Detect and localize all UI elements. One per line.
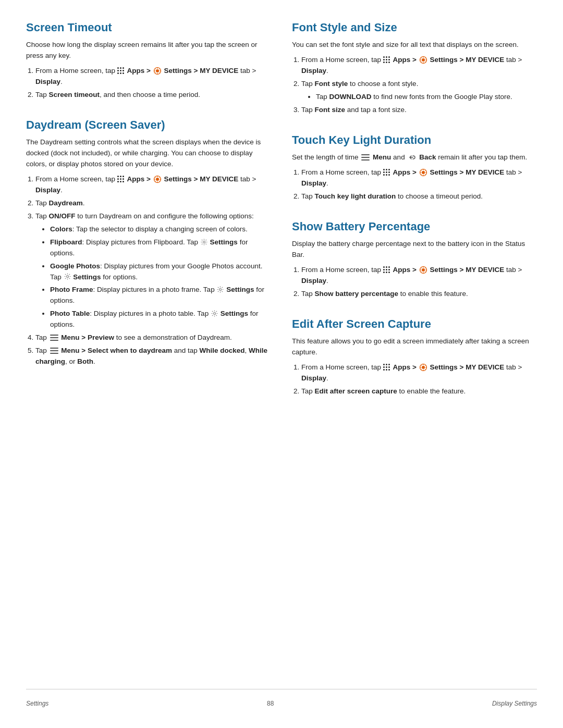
battery-title: Show Battery Percentage bbox=[292, 220, 537, 233]
touch-key-step-2: Tap Touch key light duration to choose a… bbox=[301, 191, 537, 202]
apps-label: Apps > bbox=[127, 67, 151, 75]
daydream-step-1: From a Home screen, tap Apps > Set bbox=[35, 174, 271, 196]
gear-icon-photoframe bbox=[217, 286, 224, 293]
daydream-colors: Colors: Tap the selector to display a ch… bbox=[50, 224, 271, 235]
touch-key-step-1: From a Home screen, tap Apps > Set bbox=[301, 167, 537, 189]
screen-timeout-steps: From a Home screen, tap Apps > Set bbox=[35, 66, 271, 101]
edit-capture-title: Edit After Screen Capture bbox=[292, 317, 537, 331]
display-e1: Display bbox=[301, 374, 326, 382]
display-d1: Display bbox=[35, 186, 60, 194]
menu-icon-step5 bbox=[50, 348, 58, 354]
edit-capture-intro: This feature allows you to go edit a scr… bbox=[292, 336, 537, 358]
settings-circle-icon-t1 bbox=[420, 169, 427, 176]
display-b1: Display bbox=[301, 277, 326, 285]
footer-left-label: Settings bbox=[26, 700, 48, 707]
daydream-photo-frame: Photo Frame: Display pictures in a photo… bbox=[50, 285, 271, 306]
section-edit-capture: Edit After Screen Capture This feature a… bbox=[292, 317, 537, 400]
settings-mydevice-t1: Settings > MY DEVICE bbox=[430, 168, 505, 176]
apps-label-e1: Apps > bbox=[393, 363, 417, 371]
svg-rect-16 bbox=[361, 154, 370, 155]
svg-point-24 bbox=[422, 366, 425, 369]
svg-point-15 bbox=[422, 58, 425, 61]
apps-dots-icon-b1 bbox=[383, 266, 390, 274]
svg-point-3 bbox=[156, 178, 159, 181]
settings-circle-icon-e1 bbox=[420, 364, 427, 371]
gear-icon-googlephotos bbox=[64, 273, 71, 280]
edit-capture-step-1: From a Home screen, tap Apps > Set bbox=[301, 362, 537, 384]
display-t1: Display bbox=[301, 179, 326, 187]
section-touch-key: Touch Key Light Duration Set the length … bbox=[292, 133, 537, 205]
font-style-subitems: Tap DOWNLOAD to find new fonts from the … bbox=[316, 92, 537, 103]
font-style-steps: From a Home screen, tap Apps > Set bbox=[301, 55, 537, 116]
screen-timeout-title: Screen Timeout bbox=[26, 21, 271, 34]
battery-step-2: Tap Show battery percentage to enable th… bbox=[301, 289, 537, 300]
daydream-title: Daydream (Screen Saver) bbox=[26, 118, 271, 132]
battery-bold: Show battery percentage bbox=[315, 290, 399, 298]
touch-key-steps: From a Home screen, tap Apps > Set bbox=[301, 167, 537, 202]
gear-icon-flipboard bbox=[201, 239, 207, 245]
battery-intro: Display the battery charge percentage ne… bbox=[292, 239, 537, 261]
apps-label-t1: Apps > bbox=[393, 168, 417, 176]
font-style-title: Font Style and Size bbox=[292, 21, 537, 34]
settings-circle-icon-f1 bbox=[420, 56, 427, 64]
svg-rect-12 bbox=[50, 350, 58, 351]
right-column: Font Style and Size You can set the font… bbox=[292, 21, 537, 689]
menu-icon-step4 bbox=[50, 335, 58, 341]
menu-label-touch: Menu bbox=[373, 153, 391, 161]
svg-rect-9 bbox=[50, 337, 58, 338]
menu-icon-touch bbox=[361, 154, 370, 161]
settings-mydevice-d1: Settings > MY DEVICE bbox=[164, 175, 239, 183]
left-column: Screen Timeout Choose how long the displ… bbox=[26, 21, 271, 689]
back-icon-touch bbox=[408, 154, 416, 161]
svg-rect-8 bbox=[50, 335, 58, 336]
settings-mydevice-e1: Settings > MY DEVICE bbox=[430, 363, 505, 371]
page-footer: Settings 88 Display Settings bbox=[26, 689, 537, 707]
settings-circle-icon-b1 bbox=[420, 266, 427, 274]
svg-point-20 bbox=[422, 171, 425, 174]
svg-point-1 bbox=[156, 69, 159, 72]
svg-rect-11 bbox=[50, 348, 58, 349]
daydream-steps: From a Home screen, tap Apps > Set bbox=[35, 174, 271, 367]
section-font-style: Font Style and Size You can set the font… bbox=[292, 21, 537, 119]
daydream-step-4: Tap Menu > Preview to see a demonstratio… bbox=[35, 332, 271, 343]
settings-mydevice-f1: Settings > MY DEVICE bbox=[430, 56, 505, 64]
font-size-bold: Font size bbox=[315, 106, 346, 114]
edit-capture-step-2: Tap Edit after screen capture to enable … bbox=[301, 386, 537, 397]
daydream-intro: The Daydream setting controls what the s… bbox=[26, 137, 271, 170]
apps-dots-icon bbox=[117, 67, 125, 75]
font-style-step-2: Tap Font style to choose a font style. T… bbox=[301, 79, 537, 103]
apps-dots-icon-t1 bbox=[383, 169, 390, 176]
svg-point-7 bbox=[213, 313, 215, 315]
daydream-step-2: Tap Daydream. bbox=[35, 198, 271, 209]
settings-mydevice-b1: Settings > MY DEVICE bbox=[430, 266, 505, 274]
apps-dots-icon-e1 bbox=[383, 364, 390, 371]
display-label-1: Display bbox=[35, 78, 60, 85]
touch-key-bold: Touch key light duration bbox=[315, 192, 396, 200]
apps-label-f1: Apps > bbox=[393, 56, 417, 64]
onoff-bold: ON/OFF bbox=[49, 212, 76, 220]
settings-circle-icon bbox=[154, 67, 161, 75]
daydream-step-3: Tap ON/OFF to turn Daydream on and confi… bbox=[35, 211, 271, 330]
svg-rect-18 bbox=[361, 159, 370, 161]
apps-label-b1: Apps > bbox=[393, 266, 417, 274]
settings-circle-icon-d1 bbox=[154, 176, 161, 183]
main-content: Screen Timeout Choose how long the displ… bbox=[26, 21, 537, 689]
svg-rect-13 bbox=[50, 353, 58, 354]
footer-right-label: Display Settings bbox=[492, 700, 537, 707]
display-f1: Display bbox=[301, 67, 326, 75]
gear-icon-phototable bbox=[211, 310, 218, 317]
touch-key-intro: Set the length of time Menu and Back rem… bbox=[292, 152, 537, 163]
daydream-google-photos: Google Photos: Display pictures from you… bbox=[50, 261, 271, 283]
apps-label-d1: Apps > bbox=[127, 175, 151, 183]
page: Screen Timeout Choose how long the displ… bbox=[0, 0, 563, 728]
edit-capture-steps: From a Home screen, tap Apps > Set bbox=[301, 362, 537, 397]
edit-capture-bold: Edit after screen capture bbox=[315, 387, 397, 395]
section-screen-timeout: Screen Timeout Choose how long the displ… bbox=[26, 21, 271, 104]
screen-timeout-step-1: From a Home screen, tap Apps > Set bbox=[35, 66, 271, 88]
svg-rect-10 bbox=[50, 340, 58, 341]
footer-page-number: 88 bbox=[267, 700, 274, 707]
svg-point-6 bbox=[219, 289, 222, 291]
apps-dots-icon-d1 bbox=[117, 176, 125, 183]
font-style-step-3: Tap Font size and tap a font size. bbox=[301, 105, 537, 116]
daydream-subitems: Colors: Tap the selector to display a ch… bbox=[50, 224, 271, 330]
